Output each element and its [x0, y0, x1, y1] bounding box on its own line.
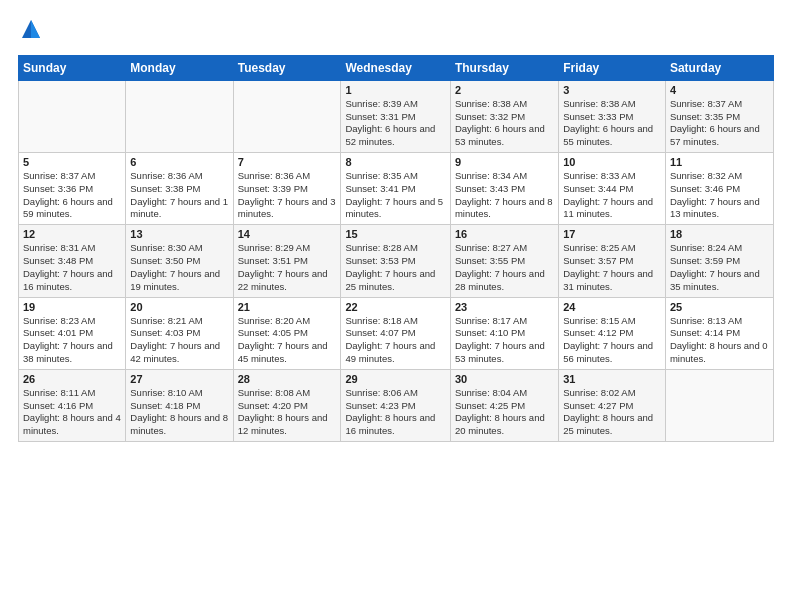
day-cell: 7Sunrise: 8:36 AM Sunset: 3:39 PM Daylig… [233, 153, 341, 225]
day-number: 27 [130, 373, 228, 385]
day-number: 9 [455, 156, 554, 168]
day-info: Sunrise: 8:38 AM Sunset: 3:32 PM Dayligh… [455, 98, 554, 149]
day-cell: 9Sunrise: 8:34 AM Sunset: 3:43 PM Daylig… [450, 153, 558, 225]
day-number: 11 [670, 156, 769, 168]
day-info: Sunrise: 8:18 AM Sunset: 4:07 PM Dayligh… [345, 315, 445, 366]
day-number: 28 [238, 373, 337, 385]
day-cell: 27Sunrise: 8:10 AM Sunset: 4:18 PM Dayli… [126, 369, 233, 441]
day-cell: 22Sunrise: 8:18 AM Sunset: 4:07 PM Dayli… [341, 297, 450, 369]
day-info: Sunrise: 8:37 AM Sunset: 3:36 PM Dayligh… [23, 170, 121, 221]
day-info: Sunrise: 8:34 AM Sunset: 3:43 PM Dayligh… [455, 170, 554, 221]
day-number: 14 [238, 228, 337, 240]
day-number: 20 [130, 301, 228, 313]
day-number: 5 [23, 156, 121, 168]
day-cell: 29Sunrise: 8:06 AM Sunset: 4:23 PM Dayli… [341, 369, 450, 441]
day-info: Sunrise: 8:11 AM Sunset: 4:16 PM Dayligh… [23, 387, 121, 438]
day-info: Sunrise: 8:06 AM Sunset: 4:23 PM Dayligh… [345, 387, 445, 438]
day-info: Sunrise: 8:35 AM Sunset: 3:41 PM Dayligh… [345, 170, 445, 221]
day-cell [233, 80, 341, 152]
day-info: Sunrise: 8:25 AM Sunset: 3:57 PM Dayligh… [563, 242, 661, 293]
day-cell: 26Sunrise: 8:11 AM Sunset: 4:16 PM Dayli… [19, 369, 126, 441]
day-cell: 12Sunrise: 8:31 AM Sunset: 3:48 PM Dayli… [19, 225, 126, 297]
day-info: Sunrise: 8:02 AM Sunset: 4:27 PM Dayligh… [563, 387, 661, 438]
day-cell [126, 80, 233, 152]
day-cell [19, 80, 126, 152]
day-cell: 6Sunrise: 8:36 AM Sunset: 3:38 PM Daylig… [126, 153, 233, 225]
day-of-week-saturday: Saturday [665, 55, 773, 80]
day-number: 13 [130, 228, 228, 240]
day-cell: 8Sunrise: 8:35 AM Sunset: 3:41 PM Daylig… [341, 153, 450, 225]
day-number: 15 [345, 228, 445, 240]
day-number: 3 [563, 84, 661, 96]
day-number: 1 [345, 84, 445, 96]
day-of-week-friday: Friday [559, 55, 666, 80]
day-info: Sunrise: 8:10 AM Sunset: 4:18 PM Dayligh… [130, 387, 228, 438]
day-number: 30 [455, 373, 554, 385]
svg-marker-1 [31, 20, 40, 38]
day-number: 10 [563, 156, 661, 168]
day-cell: 24Sunrise: 8:15 AM Sunset: 4:12 PM Dayli… [559, 297, 666, 369]
day-info: Sunrise: 8:15 AM Sunset: 4:12 PM Dayligh… [563, 315, 661, 366]
day-number: 22 [345, 301, 445, 313]
day-info: Sunrise: 8:36 AM Sunset: 3:39 PM Dayligh… [238, 170, 337, 221]
day-number: 24 [563, 301, 661, 313]
week-row-5: 26Sunrise: 8:11 AM Sunset: 4:16 PM Dayli… [19, 369, 774, 441]
day-cell: 30Sunrise: 8:04 AM Sunset: 4:25 PM Dayli… [450, 369, 558, 441]
day-info: Sunrise: 8:36 AM Sunset: 3:38 PM Dayligh… [130, 170, 228, 221]
day-of-week-thursday: Thursday [450, 55, 558, 80]
day-number: 18 [670, 228, 769, 240]
day-number: 26 [23, 373, 121, 385]
day-cell: 18Sunrise: 8:24 AM Sunset: 3:59 PM Dayli… [665, 225, 773, 297]
day-info: Sunrise: 8:17 AM Sunset: 4:10 PM Dayligh… [455, 315, 554, 366]
day-info: Sunrise: 8:38 AM Sunset: 3:33 PM Dayligh… [563, 98, 661, 149]
day-number: 31 [563, 373, 661, 385]
day-number: 16 [455, 228, 554, 240]
day-info: Sunrise: 8:28 AM Sunset: 3:53 PM Dayligh… [345, 242, 445, 293]
day-cell: 11Sunrise: 8:32 AM Sunset: 3:46 PM Dayli… [665, 153, 773, 225]
day-of-week-sunday: Sunday [19, 55, 126, 80]
day-number: 25 [670, 301, 769, 313]
header [18, 18, 774, 45]
day-cell: 16Sunrise: 8:27 AM Sunset: 3:55 PM Dayli… [450, 225, 558, 297]
day-info: Sunrise: 8:37 AM Sunset: 3:35 PM Dayligh… [670, 98, 769, 149]
day-info: Sunrise: 8:04 AM Sunset: 4:25 PM Dayligh… [455, 387, 554, 438]
day-cell: 21Sunrise: 8:20 AM Sunset: 4:05 PM Dayli… [233, 297, 341, 369]
week-row-1: 1Sunrise: 8:39 AM Sunset: 3:31 PM Daylig… [19, 80, 774, 152]
day-cell: 17Sunrise: 8:25 AM Sunset: 3:57 PM Dayli… [559, 225, 666, 297]
day-cell: 20Sunrise: 8:21 AM Sunset: 4:03 PM Dayli… [126, 297, 233, 369]
day-of-week-tuesday: Tuesday [233, 55, 341, 80]
day-info: Sunrise: 8:20 AM Sunset: 4:05 PM Dayligh… [238, 315, 337, 366]
day-cell: 23Sunrise: 8:17 AM Sunset: 4:10 PM Dayli… [450, 297, 558, 369]
day-number: 4 [670, 84, 769, 96]
day-of-week-wednesday: Wednesday [341, 55, 450, 80]
calendar-table: SundayMondayTuesdayWednesdayThursdayFrid… [18, 55, 774, 442]
day-info: Sunrise: 8:21 AM Sunset: 4:03 PM Dayligh… [130, 315, 228, 366]
day-cell: 31Sunrise: 8:02 AM Sunset: 4:27 PM Dayli… [559, 369, 666, 441]
day-info: Sunrise: 8:33 AM Sunset: 3:44 PM Dayligh… [563, 170, 661, 221]
day-number: 29 [345, 373, 445, 385]
calendar-header-row: SundayMondayTuesdayWednesdayThursdayFrid… [19, 55, 774, 80]
page: SundayMondayTuesdayWednesdayThursdayFrid… [0, 0, 792, 612]
day-cell: 15Sunrise: 8:28 AM Sunset: 3:53 PM Dayli… [341, 225, 450, 297]
logo [18, 18, 42, 45]
day-number: 12 [23, 228, 121, 240]
day-cell: 3Sunrise: 8:38 AM Sunset: 3:33 PM Daylig… [559, 80, 666, 152]
day-cell: 14Sunrise: 8:29 AM Sunset: 3:51 PM Dayli… [233, 225, 341, 297]
day-cell: 28Sunrise: 8:08 AM Sunset: 4:20 PM Dayli… [233, 369, 341, 441]
logo-icon [20, 18, 42, 40]
day-info: Sunrise: 8:39 AM Sunset: 3:31 PM Dayligh… [345, 98, 445, 149]
week-row-4: 19Sunrise: 8:23 AM Sunset: 4:01 PM Dayli… [19, 297, 774, 369]
day-info: Sunrise: 8:32 AM Sunset: 3:46 PM Dayligh… [670, 170, 769, 221]
day-number: 8 [345, 156, 445, 168]
week-row-3: 12Sunrise: 8:31 AM Sunset: 3:48 PM Dayli… [19, 225, 774, 297]
day-number: 2 [455, 84, 554, 96]
day-cell [665, 369, 773, 441]
day-cell: 4Sunrise: 8:37 AM Sunset: 3:35 PM Daylig… [665, 80, 773, 152]
day-number: 21 [238, 301, 337, 313]
day-number: 7 [238, 156, 337, 168]
day-number: 19 [23, 301, 121, 313]
day-cell: 19Sunrise: 8:23 AM Sunset: 4:01 PM Dayli… [19, 297, 126, 369]
day-cell: 25Sunrise: 8:13 AM Sunset: 4:14 PM Dayli… [665, 297, 773, 369]
day-info: Sunrise: 8:29 AM Sunset: 3:51 PM Dayligh… [238, 242, 337, 293]
day-info: Sunrise: 8:27 AM Sunset: 3:55 PM Dayligh… [455, 242, 554, 293]
